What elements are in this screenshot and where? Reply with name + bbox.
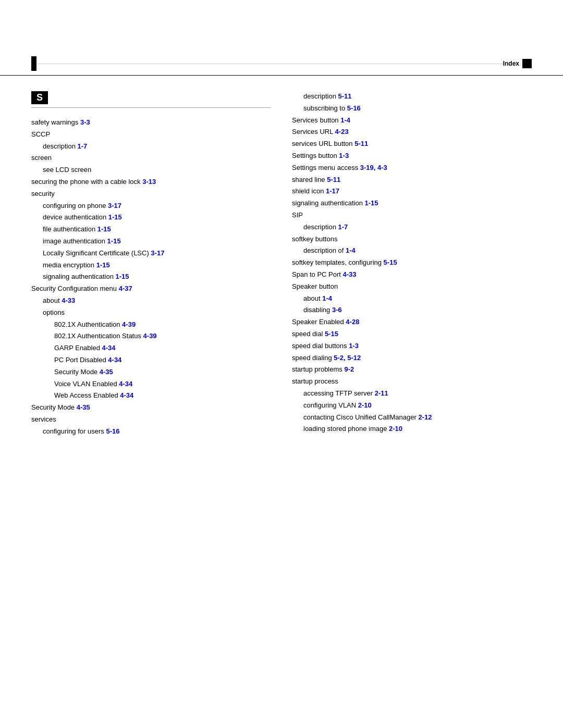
entry-ref: 3-13 [142,178,156,186]
entry-ref: 4-39 [143,332,157,340]
list-item: security [31,189,271,200]
list-item: Settings button 1-3 [292,151,532,162]
entry-text: Span to PC Port [292,270,343,278]
header-right: Index [503,59,532,68]
list-item: configuring VLAN 2-10 [292,400,532,411]
entry-text: safety warnings [31,118,80,126]
entry-text: file authentication [43,225,97,233]
entry-text: Services URL [292,128,335,135]
header-block [522,59,532,68]
entry-text: about [303,294,322,302]
entry-ref: 1-15 [97,225,111,233]
entry-ref: 3-6 [332,306,342,314]
list-item: Settings menu access 3-19, 4-3 [292,163,532,174]
entry-text: Speaker Enabled [292,318,346,326]
list-item: speed dial 5-15 [292,329,532,340]
entry-text: Locally Significant Certificate (LSC) [43,249,151,257]
entry-text: Settings button [292,152,339,159]
entry-text: signaling authentication [43,273,116,280]
entry-ref: 4-33 [62,297,75,304]
list-item: image authentication 1-15 [31,236,271,247]
entry-text: Voice VLAN Enabled [54,380,119,388]
list-item: safety warnings 3-3 [31,117,271,128]
list-item: Speaker Enabled 4-28 [292,317,532,328]
list-item: startup problems 9-2 [292,364,532,375]
list-item: Services URL 4-23 [292,127,532,138]
entry-ref: 4-28 [346,318,359,326]
list-item: SIP [292,210,532,221]
list-item: subscribing to 5-16 [292,103,532,114]
entry-ref: 3-17 [108,202,121,209]
section-s-header: S [31,91,271,108]
entry-text: startup problems [292,365,344,373]
list-item: speed dial buttons 1-3 [292,341,532,352]
entry-ref: 4-33 [343,270,357,278]
entry-text: speed dial buttons [292,342,349,350]
entry-text: subscribing to [303,104,347,112]
left-column: S safety warnings 3-3SCCPdescription 1-7… [31,91,282,438]
list-item: accessing TFTP server 2-11 [292,388,532,399]
list-item: description of 1-4 [292,245,532,256]
entry-ref: 4-37 [119,285,132,292]
entry-text: configuring for users [43,427,106,435]
entry-ref: 5-11 [338,92,351,100]
list-item: Services button 1-4 [292,115,532,126]
list-item: speed dialing 5-2, 5-12 [292,353,532,364]
entry-text: securing the phone with a cable lock [31,178,142,186]
list-item: softkey templates, configuring 5-15 [292,257,532,268]
entry-text: shield icon [292,187,326,195]
entry-ref: 2-12 [418,413,432,421]
entry-text: 802.1X Authentication [54,320,122,328]
entry-text: 802.1X Authentication Status [54,332,143,340]
entry-ref: 1-3 [339,152,349,159]
list-item: signaling authentication 1-15 [31,272,271,282]
entry-ref: 5-15 [384,258,397,266]
entry-ref: 2-10 [358,401,372,409]
entry-ref: 3-3 [80,118,90,126]
entry-text: Settings menu access [292,164,360,171]
list-item: startup process [292,376,532,387]
entry-ref: 5-2, 5-12 [334,354,361,362]
list-item: see LCD screen [31,165,271,176]
entry-ref: 4-34 [120,391,133,399]
list-item: contacting Cisco Unified CallManager 2-1… [292,412,532,423]
entry-text: Web Access Enabled [54,391,120,399]
list-item: GARP Enabled 4-34 [31,343,271,354]
list-item: Span to PC Port 4-33 [292,269,532,280]
list-item: Speaker button [292,281,532,292]
entry-ref: 1-4 [346,246,356,254]
entry-text: Security Mode [54,368,100,376]
list-item: Voice VLAN Enabled 4-34 [31,379,271,390]
entry-ref: 4-34 [102,344,116,352]
entry-text: media encryption [43,261,96,269]
list-item: description 1-7 [31,141,271,152]
entry-ref: 1-4 [340,116,350,124]
entry-ref: 5-16 [106,427,119,435]
entry-ref: 4-34 [108,356,121,364]
list-item: Security Mode 4-35 [31,367,271,378]
list-item: file authentication 1-15 [31,224,271,235]
entry-ref: 2-11 [375,389,388,397]
entry-ref: 1-17 [326,187,339,195]
entry-text: device authentication [43,213,108,221]
list-item: description 1-7 [292,222,532,233]
entry-ref: 4-23 [335,128,349,135]
entry-ref: 1-15 [96,261,110,269]
entry-ref: 4-39 [122,320,136,328]
list-item: about 4-33 [31,295,271,306]
entry-text: services URL button [292,140,354,147]
entry-ref: 5-16 [347,104,361,112]
entry-text: Services button [292,116,340,124]
header-bar: Index [0,52,563,76]
list-item: screen [31,153,271,164]
entry-text: speed dialing [292,354,334,362]
entry-text: signaling authentication [292,199,365,207]
entry-ref: 2-10 [389,425,402,433]
index-label: Index [503,60,519,67]
list-item: SCCP [31,129,271,140]
list-item: Security Mode 4-35 [31,402,271,413]
entry-ref: 3-17 [151,249,164,257]
entry-ref: 5-15 [325,330,338,338]
list-item: 802.1X Authentication Status 4-39 [31,331,271,342]
list-item: about 1-4 [292,293,532,304]
